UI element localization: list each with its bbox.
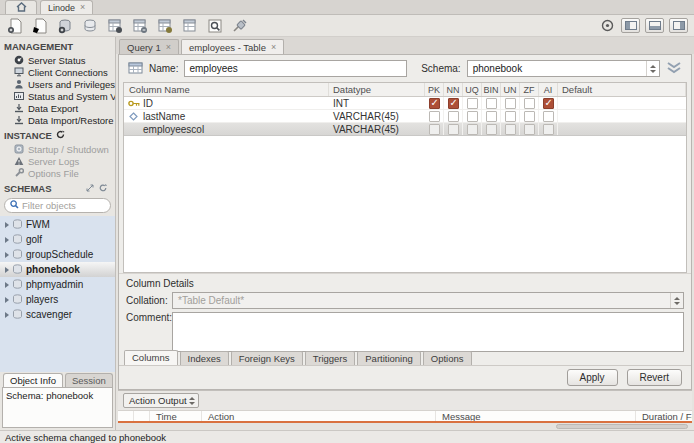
zf-checkbox[interactable] bbox=[524, 111, 535, 122]
nn-checkbox[interactable] bbox=[448, 124, 459, 135]
expander-icon[interactable] bbox=[5, 282, 9, 288]
spinner-icon[interactable] bbox=[670, 293, 683, 308]
bin-checkbox[interactable] bbox=[486, 124, 497, 135]
output-type-select[interactable]: Action Output bbox=[123, 393, 199, 408]
create-table-icon[interactable] bbox=[81, 17, 98, 34]
header-uq[interactable]: UQ bbox=[463, 83, 482, 96]
pk-checkbox[interactable] bbox=[429, 111, 440, 122]
sidebar-item-startup-shutdown[interactable]: Startup / Shutdown bbox=[0, 143, 115, 155]
table-name-input[interactable] bbox=[184, 60, 407, 77]
nn-checkbox[interactable] bbox=[448, 98, 459, 109]
header-duration-fetch[interactable]: Duration / Fetch bbox=[636, 411, 692, 421]
tab-columns[interactable]: Columns bbox=[124, 350, 178, 365]
create-schema-icon[interactable] bbox=[56, 17, 73, 34]
expander-icon[interactable] bbox=[5, 252, 9, 258]
schema-item-phpmyadmin[interactable]: phpmyadmin bbox=[0, 277, 115, 292]
header-nn[interactable]: NN bbox=[444, 83, 463, 96]
search-objects-icon[interactable] bbox=[206, 17, 223, 34]
spinner-icon[interactable] bbox=[646, 61, 659, 76]
header-default[interactable]: Default bbox=[558, 83, 686, 96]
zf-checkbox[interactable] bbox=[524, 98, 535, 109]
expander-icon[interactable] bbox=[5, 267, 9, 273]
schema-item-golf[interactable]: golf bbox=[0, 232, 115, 247]
header-message[interactable]: Message bbox=[436, 411, 636, 421]
sidebar-item-users-privileges[interactable]: Users and Privileges bbox=[0, 78, 115, 90]
new-sql-tab-icon[interactable] bbox=[6, 17, 23, 34]
create-trigger-icon[interactable] bbox=[181, 17, 198, 34]
scrollbar-thumb[interactable] bbox=[556, 424, 688, 429]
header-time[interactable]: Time bbox=[150, 411, 202, 421]
collation-select[interactable]: *Table Default* bbox=[172, 292, 684, 309]
grid-empty-area[interactable] bbox=[124, 136, 686, 272]
close-icon[interactable]: × bbox=[166, 43, 171, 52]
tab-triggers[interactable]: Triggers bbox=[305, 351, 356, 365]
toggle-output-area-button[interactable] bbox=[645, 18, 664, 33]
tab-object-info[interactable]: Object Info bbox=[3, 373, 63, 387]
bin-checkbox[interactable] bbox=[486, 98, 497, 109]
column-datatype[interactable]: INT bbox=[329, 98, 425, 109]
expander-icon[interactable] bbox=[5, 297, 9, 303]
uq-checkbox[interactable] bbox=[467, 111, 478, 122]
close-icon[interactable]: × bbox=[271, 43, 276, 52]
tab-partitioning[interactable]: Partitioning bbox=[357, 351, 421, 365]
schema-item-scavenger[interactable]: scavenger bbox=[0, 307, 115, 322]
zf-checkbox[interactable] bbox=[524, 124, 535, 135]
header-ai[interactable]: AI bbox=[539, 83, 558, 96]
sidebar-item-server-logs[interactable]: Server Logs bbox=[0, 155, 115, 167]
tab-indexes[interactable]: Indexes bbox=[180, 351, 229, 365]
sidebar-item-options-file[interactable]: Options File bbox=[0, 167, 115, 179]
home-tab[interactable] bbox=[5, 0, 37, 14]
un-checkbox[interactable] bbox=[505, 98, 516, 109]
horizontal-scrollbar[interactable] bbox=[118, 423, 692, 430]
tab-foreign-keys[interactable]: Foreign Keys bbox=[231, 351, 303, 365]
pk-checkbox[interactable] bbox=[429, 98, 440, 109]
uq-checkbox[interactable] bbox=[467, 98, 478, 109]
pk-checkbox[interactable] bbox=[429, 124, 440, 135]
create-procedure-icon[interactable] bbox=[131, 17, 148, 34]
ai-checkbox[interactable] bbox=[543, 111, 554, 122]
refresh-schemas-icon[interactable] bbox=[99, 183, 107, 194]
sidebar-item-data-export[interactable]: Data Export bbox=[0, 102, 115, 114]
spinner-icon[interactable] bbox=[189, 397, 198, 405]
toggle-sidebar-button[interactable] bbox=[621, 18, 640, 33]
close-icon[interactable]: × bbox=[80, 3, 85, 12]
column-row-employeescol[interactable]: employeescol VARCHAR(45) bbox=[124, 123, 686, 136]
schema-select[interactable]: phonebook bbox=[467, 60, 660, 77]
tab-session[interactable]: Session bbox=[65, 373, 113, 387]
ai-checkbox[interactable] bbox=[543, 124, 554, 135]
sidebar-item-data-import[interactable]: Data Import/Restore bbox=[0, 114, 115, 126]
schema-item-groupschedule[interactable]: groupSchedule bbox=[0, 247, 115, 262]
tab-options[interactable]: Options bbox=[423, 351, 472, 365]
apply-button[interactable]: Apply bbox=[567, 369, 618, 386]
header-action[interactable]: Action bbox=[202, 411, 436, 421]
create-function-icon[interactable] bbox=[156, 17, 173, 34]
schema-filter-input[interactable] bbox=[22, 200, 100, 211]
tab-query-1[interactable]: Query 1 × bbox=[119, 39, 179, 54]
sidebar-item-status-system-variables[interactable]: Status and System Variables bbox=[0, 90, 115, 102]
un-checkbox[interactable] bbox=[505, 111, 516, 122]
expand-schemas-icon[interactable] bbox=[86, 183, 94, 194]
create-view-icon[interactable] bbox=[106, 17, 123, 34]
header-datatype[interactable]: Datatype bbox=[329, 83, 425, 96]
sidebar-item-client-connections[interactable]: Client Connections bbox=[0, 66, 115, 78]
expander-icon[interactable] bbox=[5, 222, 9, 228]
schema-item-phonebook[interactable]: phonebook bbox=[0, 262, 115, 277]
tab-employees-table[interactable]: employees - Table × bbox=[181, 39, 284, 54]
header-un[interactable]: UN bbox=[501, 83, 520, 96]
un-checkbox[interactable] bbox=[505, 124, 516, 135]
sidebar-item-server-status[interactable]: Server Status bbox=[0, 54, 115, 66]
header-column-name[interactable]: Column Name bbox=[124, 83, 329, 96]
reconnect-icon[interactable] bbox=[231, 17, 248, 34]
column-row-lastname[interactable]: lastName VARCHAR(45) bbox=[124, 110, 686, 123]
header-bin[interactable]: BIN bbox=[482, 83, 501, 96]
header-zf[interactable]: ZF bbox=[520, 83, 539, 96]
schema-item-players[interactable]: players bbox=[0, 292, 115, 307]
column-datatype[interactable]: VARCHAR(45) bbox=[329, 111, 425, 122]
ai-checkbox[interactable] bbox=[543, 98, 554, 109]
expander-icon[interactable] bbox=[5, 312, 9, 318]
header-pk[interactable]: PK bbox=[425, 83, 444, 96]
toggle-secondary-sidebar-button[interactable] bbox=[669, 18, 688, 33]
uq-checkbox[interactable] bbox=[467, 124, 478, 135]
collapse-header-icon[interactable] bbox=[666, 61, 682, 76]
open-sql-script-icon[interactable] bbox=[31, 17, 48, 34]
